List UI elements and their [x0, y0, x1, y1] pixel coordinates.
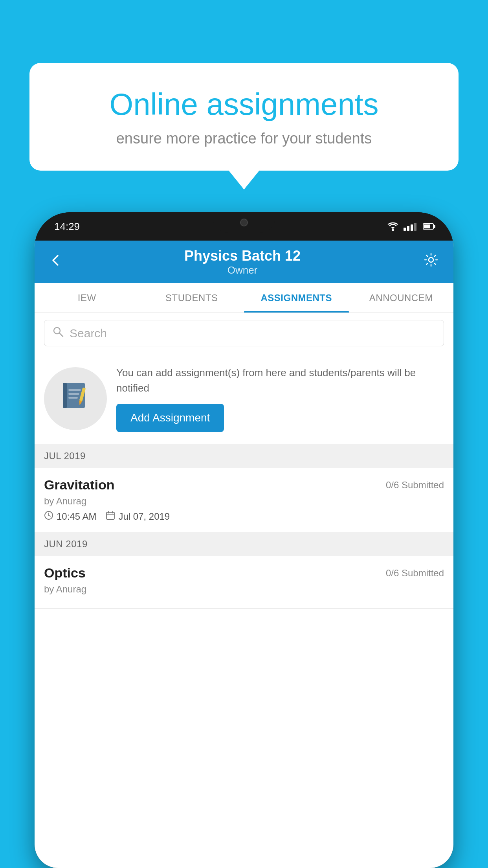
search-container: Search: [35, 313, 453, 353]
clock-icon: [44, 511, 53, 522]
promo-right: You can add assignment(s) from here and …: [116, 365, 444, 432]
svg-rect-8: [68, 393, 79, 395]
search-icon: [52, 326, 64, 340]
status-bar: 14:29: [35, 212, 453, 241]
assignment-title-optics: Optics: [44, 565, 86, 581]
back-button[interactable]: [48, 253, 62, 271]
settings-button[interactable]: [422, 251, 440, 272]
promo-card: Online assignments ensure more practice …: [29, 63, 459, 171]
tab-assignments[interactable]: ASSIGNMENTS: [244, 283, 349, 313]
header-title-area: Physics Batch 12 Owner: [184, 248, 301, 276]
signal-icon: [404, 222, 416, 231]
notebook-icon: [60, 380, 91, 417]
status-icons: [387, 222, 434, 231]
svg-line-4: [59, 333, 63, 337]
svg-point-2: [429, 257, 433, 262]
svg-rect-9: [68, 397, 78, 399]
assignment-date: Jul 07, 2019: [106, 511, 170, 522]
assignment-by-gravitation: by Anurag: [44, 496, 444, 507]
assignment-by-optics: by Anurag: [44, 584, 444, 595]
batch-subtitle: Owner: [184, 264, 301, 276]
assignment-item-optics[interactable]: Optics 0/6 Submitted by Anurag: [35, 556, 453, 609]
promo-section: You can add assignment(s) from here and …: [35, 353, 453, 444]
assignment-time: 10:45 AM: [44, 511, 96, 522]
time-value: 10:45 AM: [57, 511, 96, 522]
svg-rect-6: [63, 383, 67, 408]
assignment-row1-optics: Optics 0/6 Submitted: [44, 565, 444, 581]
promo-description: You can add assignment(s) from here and …: [116, 365, 444, 396]
calendar-icon: [106, 511, 115, 522]
section-header-jul: JUL 2019: [35, 444, 453, 468]
assignment-row1: Gravitation 0/6 Submitted: [44, 477, 444, 493]
tab-view[interactable]: IEW: [35, 283, 139, 313]
search-placeholder: Search: [70, 327, 107, 340]
phone-frame: 14:29: [35, 212, 453, 868]
assignment-meta-gravitation: 10:45 AM Jul 07, 2019: [44, 511, 444, 522]
promo-subtitle: ensure more practice for your students: [57, 130, 431, 147]
batch-title: Physics Batch 12: [184, 248, 301, 264]
section-header-jun: JUN 2019: [35, 532, 453, 556]
camera: [240, 219, 248, 226]
tab-students[interactable]: STUDENTS: [139, 283, 244, 313]
svg-rect-15: [106, 512, 114, 519]
notch: [213, 212, 275, 233]
svg-marker-0: [391, 227, 395, 229]
svg-point-1: [392, 229, 394, 231]
svg-line-14: [49, 515, 50, 516]
app-header: Physics Batch 12 Owner: [35, 241, 453, 283]
assignment-item-gravitation[interactable]: Gravitation 0/6 Submitted by Anurag 10:4…: [35, 468, 453, 532]
assignment-submitted-gravitation: 0/6 Submitted: [386, 480, 444, 491]
wifi-icon: [387, 222, 399, 231]
tabs-bar: IEW STUDENTS ASSIGNMENTS ANNOUNCEM: [35, 283, 453, 313]
assignment-submitted-optics: 0/6 Submitted: [386, 568, 444, 579]
date-value: Jul 07, 2019: [118, 511, 170, 522]
assignment-title-gravitation: Gravitation: [44, 477, 114, 493]
status-time: 14:29: [54, 221, 80, 233]
search-bar[interactable]: Search: [44, 320, 444, 346]
tab-announcements[interactable]: ANNOUNCEM: [349, 283, 454, 313]
battery-icon: [423, 223, 434, 230]
phone-screen: Physics Batch 12 Owner IEW STUDENTS ASSI…: [35, 241, 453, 868]
assignment-icon-circle: [44, 367, 107, 430]
svg-rect-7: [68, 389, 81, 391]
add-assignment-button[interactable]: Add Assignment: [116, 404, 224, 432]
promo-title: Online assignments: [57, 86, 431, 122]
